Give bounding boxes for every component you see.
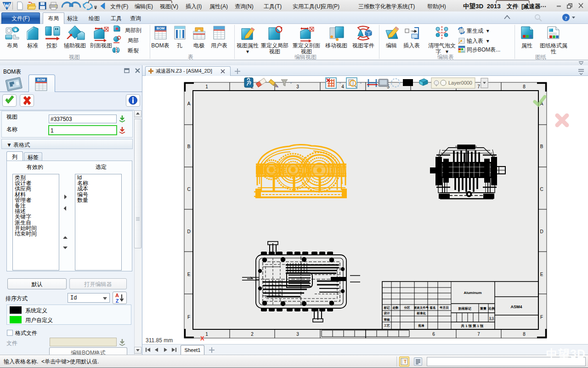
svg-text:比例: 比例 — [488, 306, 495, 310]
svg-text:8: 8 — [523, 332, 526, 337]
svg-text:批准: 批准 — [418, 324, 425, 328]
svg-text:A: A — [115, 293, 119, 298]
svg-text:A: A — [187, 101, 191, 106]
svg-text:BOM: BOM — [37, 78, 45, 82]
svg-text:7: 7 — [477, 332, 480, 337]
svg-text:工艺: 工艺 — [384, 324, 390, 327]
svg-text:审核: 审核 — [384, 318, 390, 322]
svg-text:标记: 标记 — [384, 306, 390, 310]
svg-text:设计: 设计 — [384, 311, 390, 315]
svg-text:?: ? — [565, 15, 567, 21]
svg-text:共 1 张 第 1 张: 共 1 张 第 1 张 — [461, 324, 484, 328]
svg-text:1: 1 — [205, 332, 208, 337]
svg-text:处数: 处数 — [392, 306, 399, 310]
svg-text:重量: 重量 — [480, 307, 486, 310]
svg-text:D: D — [187, 229, 190, 234]
svg-text:更改文件号: 更改文件号 — [414, 306, 429, 310]
svg-text:D: D — [540, 229, 543, 234]
svg-text:标准化: 标准化 — [416, 311, 426, 315]
svg-text:F: F — [187, 315, 190, 320]
svg-text:C: C — [187, 187, 190, 192]
svg-text:E: E — [540, 272, 543, 277]
svg-text:签名: 签名 — [430, 306, 436, 310]
svg-text:2: 2 — [251, 332, 254, 337]
svg-text:3: 3 — [296, 332, 299, 337]
svg-text:阶段标记: 阶段标记 — [458, 307, 471, 310]
svg-text:Aluminum: Aluminum — [464, 291, 481, 295]
svg-text:B: B — [540, 144, 543, 149]
svg-text:年月日: 年月日 — [439, 306, 449, 310]
svg-text:X: X — [200, 335, 204, 342]
svg-text:F: F — [540, 315, 543, 320]
svg-text:Layer0000: Layer0000 — [448, 80, 472, 86]
svg-text:E: E — [187, 272, 191, 277]
svg-text:Z: Z — [116, 298, 119, 304]
svg-text:分区: 分区 — [404, 306, 411, 310]
svg-text:1:1: 1:1 — [489, 316, 494, 320]
svg-text:B: B — [187, 144, 191, 149]
svg-text:T: T — [404, 359, 407, 364]
svg-text:BOM: BOM — [157, 26, 165, 30]
svg-text:6: 6 — [432, 332, 435, 337]
svg-text:ASM4: ASM4 — [510, 305, 522, 309]
svg-text:311.85 mm: 311.85 mm — [146, 337, 173, 344]
svg-text:C: C — [540, 187, 543, 192]
